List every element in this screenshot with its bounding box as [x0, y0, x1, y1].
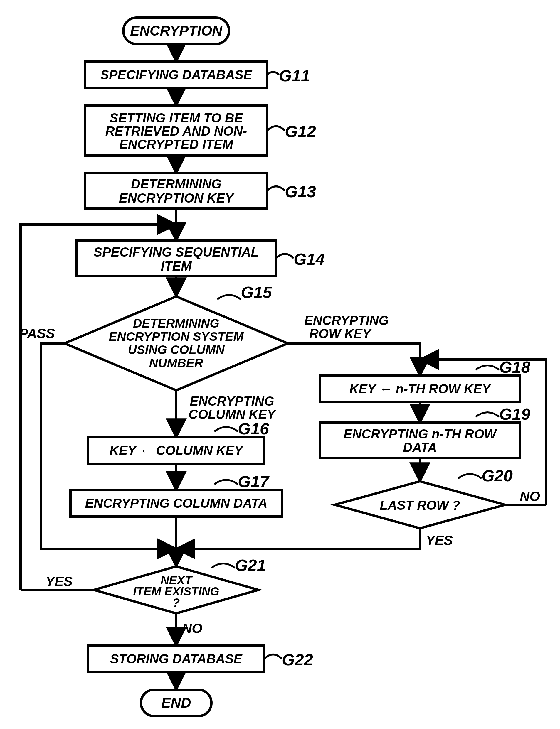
g11-label: G11 — [279, 66, 310, 85]
g20-text: LAST ROW ? — [380, 498, 460, 512]
flowchart-svg: ENCRYPTION SPECIFYING DATABASE G11 SETTI… — [0, 0, 560, 729]
g13-t1: DETERMINING — [131, 177, 221, 191]
g22-label: G22 — [282, 650, 313, 669]
process-g17: ENCRYPTING COLUMN DATA — [70, 490, 282, 516]
decision-g15: DETERMINING ENCRYPTION SYSTEM USING COLU… — [65, 297, 288, 390]
g15-t4: NUMBER — [149, 356, 204, 370]
g21-t3: ? — [173, 596, 180, 609]
terminator-end: END — [141, 690, 211, 716]
g20-no-text: NO — [520, 489, 540, 504]
edge-rowkey-t1: ENCRYPTING — [304, 313, 389, 328]
g18-text: KEY ← n-TH ROW KEY — [349, 381, 492, 396]
g21-yes-text: YES — [46, 574, 73, 589]
end-text: END — [161, 695, 191, 711]
process-g19: ENCRYPTING n-TH ROW DATA — [320, 422, 520, 458]
g16-text: KEY ← COLUMN KEY — [110, 443, 244, 457]
edge-loop-back — [21, 225, 176, 590]
g18-label: G18 — [499, 358, 531, 376]
g21-label: G21 — [235, 556, 266, 574]
g21-no-text: NO — [182, 621, 202, 636]
start-text: ENCRYPTION — [130, 23, 223, 38]
process-g11: SPECIFYING DATABASE — [85, 62, 267, 88]
g16-label: G16 — [238, 419, 269, 438]
g12-label: G12 — [285, 122, 316, 141]
process-g18: KEY ← n-TH ROW KEY — [320, 375, 520, 402]
g15-t2: ENCRYPTION SYSTEM — [109, 330, 244, 344]
g12-t1: SETTING ITEM TO BE — [110, 111, 243, 125]
g20-yes-text: YES — [426, 533, 453, 548]
g15-label: G15 — [241, 283, 272, 302]
g22-text: STORING DATABASE — [110, 651, 243, 666]
process-g12: SETTING ITEM TO BE RETRIEVED AND NON- EN… — [85, 106, 267, 156]
g14-t1: SPECIFYING SEQUENTIAL — [94, 245, 259, 259]
g17-text: ENCRYPTING COLUMN DATA — [85, 496, 268, 510]
edge-colkey-t1: ENCRYPTING — [190, 394, 274, 408]
g15-t3: USING COLUMN — [128, 343, 225, 357]
edge-pass-text: PASS — [19, 326, 55, 341]
terminator-start: ENCRYPTION — [123, 18, 229, 44]
g19-t2: DATA — [403, 440, 437, 454]
g12-t3: ENCRYPTED ITEM — [119, 137, 233, 152]
g15-t1: DETERMINING — [133, 317, 219, 330]
process-g13: DETERMINING ENCRYPTION KEY — [85, 173, 267, 208]
process-g16: KEY ← COLUMN KEY — [88, 437, 264, 464]
decision-g20: LAST ROW ? — [335, 481, 505, 528]
g20-label: G20 — [482, 466, 513, 485]
g13-label: G13 — [285, 182, 316, 201]
edge-g20-yes — [176, 528, 420, 549]
edge-g15-g18 — [288, 344, 420, 375]
g19-t1: ENCRYPTING n-TH ROW — [344, 427, 497, 441]
g11-text: SPECIFYING DATABASE — [100, 68, 253, 82]
process-g22: STORING DATABASE — [88, 646, 264, 672]
g12-t2: RETRIEVED AND NON- — [105, 124, 247, 138]
g14-t2: ITEM — [161, 259, 192, 273]
g13-t2: ENCRYPTION KEY — [119, 191, 235, 205]
g14-label: G14 — [294, 250, 325, 268]
g17-label: G17 — [238, 472, 270, 491]
g19-label: G19 — [499, 405, 530, 423]
decision-g21: NEXT ITEM EXISTING ? — [94, 566, 258, 613]
edge-rowkey-t2: ROW KEY — [309, 326, 372, 341]
process-g14: SPECIFYING SEQUENTIAL ITEM — [76, 241, 276, 276]
